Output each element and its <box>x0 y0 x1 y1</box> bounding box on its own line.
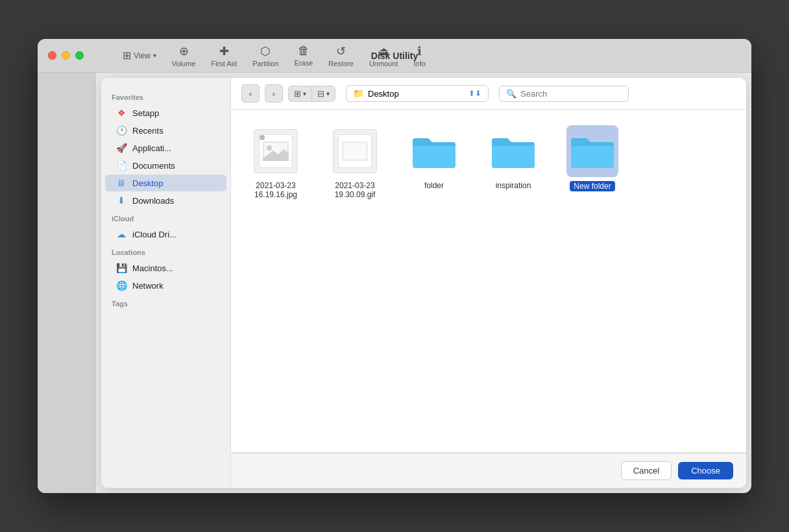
file-icon-wrapper <box>250 125 302 177</box>
grid-view-button[interactable]: ⊞ ▾ <box>289 86 311 101</box>
sidebar-item-label: Setapp <box>132 108 159 118</box>
image-preview-svg <box>263 141 289 161</box>
sidebar-item-downloads[interactable]: ⬇ Downloads <box>105 192 226 209</box>
sidebar-item-recents[interactable]: 🕐 Recents <box>105 122 226 139</box>
grid-dropdown-arrow: ▾ <box>303 90 306 97</box>
file-toolbar: ‹ › ⊞ ▾ ⊟ ▾ <box>231 78 746 110</box>
applications-icon: 🚀 <box>115 143 127 153</box>
dialog-container: Favorites ❖ Setapp 🕐 Recents 🚀 Applicati… <box>96 73 751 493</box>
sidebar-item-label: Applicati... <box>132 143 171 153</box>
grid-icon: ⊞ <box>294 89 301 99</box>
list-item[interactable]: folder <box>405 125 463 199</box>
folder-icon <box>411 133 457 169</box>
sidebar-item-label: Documents <box>132 161 175 171</box>
list-item[interactable]: 2021-03-23 16.19.16.jpg <box>247 125 305 199</box>
icloud-icon: ☁ <box>115 229 127 239</box>
macintosh-icon: 💾 <box>115 263 127 273</box>
svg-rect-5 <box>343 143 367 160</box>
sidebar-item-icloud-drive[interactable]: ☁ iCloud Dri... <box>105 226 226 243</box>
location-chevron-icon: ⬆⬇ <box>468 89 481 98</box>
file-label: New folder <box>570 181 614 191</box>
icloud-section-title: iCloud <box>101 210 230 225</box>
locations-section-title: Locations <box>101 243 230 259</box>
sidebar: Favorites ❖ Setapp 🕐 Recents 🚀 Applicati… <box>101 78 231 488</box>
file-label: 2021-03-23 19.30.09.gif <box>326 181 384 199</box>
folder-location-icon: 📁 <box>353 88 364 99</box>
thumb-inner <box>338 134 372 168</box>
sidebar-item-documents[interactable]: 📄 Documents <box>105 157 226 174</box>
location-selector[interactable]: 📁 Desktop ⬆⬇ <box>346 85 489 102</box>
file-area: ‹ › ⊞ ▾ ⊟ ▾ <box>231 78 746 488</box>
maximize-button[interactable] <box>75 51 84 60</box>
bottom-bar: Cancel Choose <box>231 453 746 488</box>
sidebar-item-setapp[interactable]: ❖ Setapp <box>105 104 226 121</box>
back-arrow-icon: ‹ <box>249 89 252 99</box>
sidebar-item-label: Downloads <box>132 196 174 206</box>
gif-thumbnail <box>333 129 377 173</box>
title-bar: Disk Utility ⊞ View ▾ ⊕ Volume ✚ First A… <box>38 39 751 73</box>
sidebar-item-label: Desktop <box>132 178 164 188</box>
forward-arrow-icon: › <box>273 89 275 99</box>
image-thumbnail <box>254 129 298 173</box>
mac-window: Disk Utility ⊞ View ▾ ⊕ Volume ✚ First A… <box>38 39 751 493</box>
folder-icon <box>570 133 615 169</box>
sidebar-item-network[interactable]: 🌐 Network <box>105 277 226 294</box>
list-item[interactable]: inspiration <box>484 125 542 199</box>
restore-toolbar-item[interactable]: ↺ Restore <box>328 44 354 67</box>
erase-toolbar-item[interactable]: 🗑 Erase <box>295 44 313 67</box>
favorites-section-title: Favorites <box>101 88 230 104</box>
file-label: folder <box>424 181 444 190</box>
sidebar-item-label: Macintos... <box>132 263 173 273</box>
list-icon: ⊟ <box>317 89 324 99</box>
view-toolbar-item[interactable]: ⊞ View ▾ <box>123 49 156 62</box>
file-label: 2021-03-23 16.19.16.jpg <box>247 181 305 199</box>
close-button[interactable] <box>48 51 56 60</box>
downloads-icon: ⬇ <box>115 195 127 206</box>
file-icon-wrapper <box>329 125 381 177</box>
minimize-button[interactable] <box>62 51 70 60</box>
nav-forward-button[interactable]: › <box>265 84 283 103</box>
nav-back-button[interactable]: ‹ <box>241 84 260 103</box>
file-icon-wrapper <box>408 125 460 177</box>
search-box: 🔍 <box>499 86 629 102</box>
desktop-icon: 🖥 <box>115 178 127 188</box>
sidebar-item-label: Recents <box>132 126 164 136</box>
tags-section-title: Tags <box>101 295 230 310</box>
sidebar-item-macintosh[interactable]: 💾 Macintos... <box>105 260 226 276</box>
file-icon-wrapper <box>487 125 539 177</box>
first-aid-toolbar-item[interactable]: ✚ First Aid <box>212 44 237 67</box>
main-content: Favorites ❖ Setapp 🕐 Recents 🚀 Applicati… <box>38 73 751 493</box>
gif-preview-svg <box>342 141 368 161</box>
list-view-button[interactable]: ⊟ ▾ <box>311 86 335 101</box>
network-icon: 🌐 <box>115 280 127 291</box>
setapp-icon: ❖ <box>115 108 127 118</box>
volume-toolbar-item[interactable]: ⊕ Volume <box>172 44 196 67</box>
list-item[interactable]: 2021-03-23 19.30.09.gif <box>326 125 384 199</box>
recents-icon: 🕐 <box>115 125 127 136</box>
list-item[interactable]: New folder <box>563 125 622 199</box>
search-icon: 🔍 <box>506 89 516 99</box>
list-dropdown-arrow: ▾ <box>326 90 330 97</box>
cancel-button[interactable]: Cancel <box>621 461 672 480</box>
sidebar-item-applications[interactable]: 🚀 Applicati... <box>105 139 226 156</box>
svg-point-2 <box>267 145 272 151</box>
file-label: inspiration <box>496 181 531 190</box>
search-input[interactable] <box>520 89 622 99</box>
window-title: Disk Utility <box>371 51 418 61</box>
file-icon-wrapper <box>566 125 618 177</box>
open-dialog: Favorites ❖ Setapp 🕐 Recents 🚀 Applicati… <box>101 78 746 488</box>
documents-icon: 📄 <box>115 160 127 171</box>
behind-sidebar <box>38 73 96 493</box>
sidebar-item-label: Network <box>132 281 164 291</box>
location-text: Desktop <box>368 89 465 99</box>
folder-icon <box>491 133 536 169</box>
files-grid: 2021-03-23 16.19.16.jpg <box>231 110 746 452</box>
traffic-lights <box>48 51 84 60</box>
view-toggle-group: ⊞ ▾ ⊟ ▾ <box>288 86 335 102</box>
partition-toolbar-item[interactable]: ⬡ Partition <box>252 44 278 67</box>
choose-button[interactable]: Choose <box>678 462 733 479</box>
sidebar-item-label: iCloud Dri... <box>132 230 176 239</box>
sidebar-item-desktop[interactable]: 🖥 Desktop <box>105 175 226 191</box>
thumb-decoration <box>260 135 265 140</box>
